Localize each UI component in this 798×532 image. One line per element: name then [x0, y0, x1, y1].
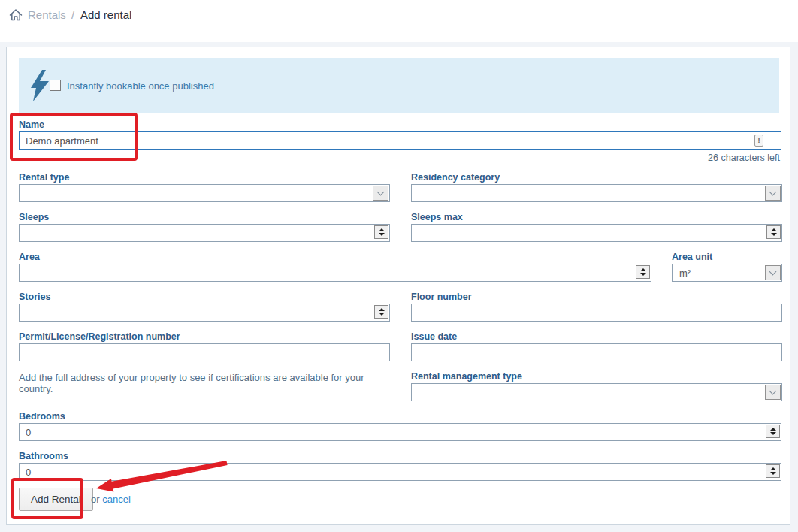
breadcrumb-rentals[interactable]: Rentals: [28, 8, 66, 21]
floor-number-field-wrap: [411, 304, 782, 322]
bedrooms-label: Bedrooms: [19, 411, 65, 422]
area-unit-label: Area unit: [672, 252, 712, 262]
bedrooms-input[interactable]: [19, 423, 781, 441]
rental-type-dropdown-button[interactable]: [373, 186, 388, 201]
residency-category-select[interactable]: [411, 184, 782, 202]
residency-category-dropdown-button[interactable]: [765, 186, 781, 201]
cancel-link[interactable]: cancel: [102, 494, 131, 505]
spinner-up-icon: [771, 228, 777, 231]
sleeps-input[interactable]: [19, 224, 390, 242]
add-rental-button[interactable]: Add Rental: [19, 488, 93, 511]
permit-input[interactable]: [19, 343, 390, 361]
rental-type-label: Rental type: [19, 172, 69, 183]
floor-number-input[interactable]: [411, 304, 782, 322]
stories-input[interactable]: [19, 304, 390, 322]
certifications-help-text: Add the full address of your property to…: [19, 372, 394, 394]
issue-date-label: Issue date: [411, 331, 457, 342]
name-field-wrap: !: [19, 131, 781, 150]
issue-date-input[interactable]: [411, 343, 782, 361]
characters-left-counter: 26 characters left: [708, 153, 780, 163]
rental-type-select[interactable]: [19, 184, 390, 202]
stories-field-wrap: [19, 304, 390, 322]
area-field-wrap: [19, 264, 651, 282]
spinner-down-icon: [379, 313, 385, 316]
or-text: or: [91, 494, 100, 505]
breadcrumb-current-page: Add rental: [80, 8, 131, 21]
rental-management-type-dropdown-button[interactable]: [765, 385, 781, 400]
floor-number-label: Floor number: [411, 292, 472, 302]
name-input[interactable]: [19, 131, 781, 150]
area-spinner[interactable]: [636, 265, 650, 279]
chevron-down-icon: [769, 388, 777, 395]
sleeps-spinner[interactable]: [374, 225, 388, 239]
stories-label: Stories: [19, 292, 50, 302]
input-validation-icon: !: [754, 135, 763, 147]
rental-management-type-label: Rental management type: [411, 371, 522, 382]
chevron-down-icon: [377, 189, 385, 196]
rental-management-type-select[interactable]: [411, 383, 782, 401]
area-input[interactable]: [19, 264, 651, 282]
bathrooms-field-wrap: [19, 463, 781, 481]
spinner-down-icon: [640, 273, 646, 276]
spinner-down-icon: [771, 233, 777, 236]
bathrooms-spinner[interactable]: [766, 464, 780, 478]
permit-field-wrap: [19, 343, 390, 361]
bathrooms-label: Bathrooms: [19, 451, 68, 461]
breadcrumb-bar: Rentals / Add rental: [0, 0, 798, 42]
chevron-down-icon: [769, 189, 777, 196]
area-label: Area: [19, 252, 40, 262]
breadcrumb-separator: /: [71, 8, 74, 21]
chevron-down-icon: [769, 268, 777, 276]
bedrooms-field-wrap: [19, 423, 781, 441]
sleeps-label: Sleeps: [19, 212, 49, 222]
lightning-icon: [29, 70, 50, 101]
sleeps-max-field-wrap: [411, 224, 782, 242]
instant-booking-checkbox[interactable]: [50, 80, 61, 91]
spinner-up-icon: [770, 428, 776, 431]
spinner-down-icon: [770, 472, 776, 475]
add-rental-form-card: Instantly bookable once published Name !…: [6, 47, 790, 525]
bedrooms-spinner[interactable]: [766, 425, 780, 438]
spinner-down-icon: [379, 233, 385, 236]
spinner-down-icon: [770, 432, 776, 435]
spinner-up-icon: [640, 268, 646, 271]
spinner-up-icon: [379, 228, 385, 231]
name-label: Name: [19, 119, 44, 130]
area-unit-select[interactable]: m²: [672, 264, 782, 282]
cancel-row: or cancel: [91, 494, 131, 505]
instant-booking-label[interactable]: Instantly bookable once published: [67, 80, 214, 92]
sleeps-field-wrap: [19, 224, 390, 242]
area-unit-dropdown-button[interactable]: [765, 265, 781, 280]
bathrooms-input[interactable]: [19, 463, 781, 481]
permit-label: Permit/License/Registration number: [19, 331, 180, 342]
area-unit-value: m²: [679, 268, 691, 279]
home-icon[interactable]: [8, 8, 23, 23]
issue-date-field-wrap: [411, 343, 782, 361]
sleeps-max-spinner[interactable]: [766, 225, 781, 239]
residency-category-label: Residency category: [411, 172, 500, 183]
sleeps-max-input[interactable]: [411, 224, 782, 242]
spinner-up-icon: [379, 308, 385, 311]
sleeps-max-label: Sleeps max: [411, 212, 463, 222]
spinner-up-icon: [770, 467, 776, 470]
instant-booking-banner: Instantly bookable once published: [19, 58, 779, 113]
stories-spinner[interactable]: [374, 305, 388, 319]
